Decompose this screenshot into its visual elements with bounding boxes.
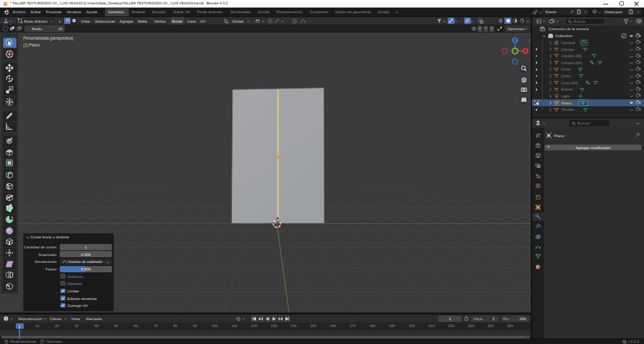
- svg-text:‹: ‹: [529, 38, 531, 43]
- svg-text:X: X: [524, 48, 527, 53]
- svg-text:Z: Z: [514, 38, 516, 42]
